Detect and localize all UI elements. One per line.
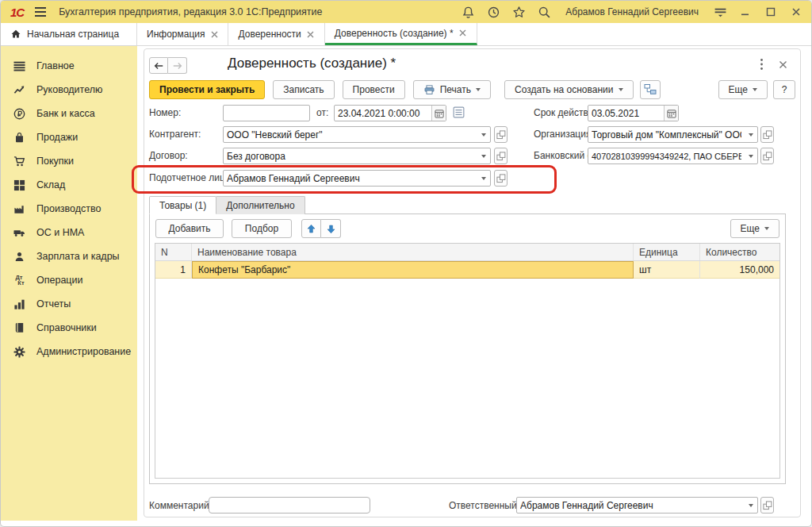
minimize-button[interactable] [738, 6, 753, 18]
tab-label: Доверенности [238, 29, 301, 40]
accountable-person-choose-button[interactable] [494, 170, 508, 187]
sidebar-item-label: Покупки [36, 156, 74, 167]
document-date-input[interactable] [335, 106, 431, 120]
cell-goods-name[interactable]: Конфеты "Барбарис" [192, 261, 634, 279]
open-windows-tabbar: Начальная страница Информация Довереннос… [1, 23, 811, 46]
tab-powers-of-attorney[interactable]: Доверенности [228, 23, 324, 45]
close-tab-icon[interactable] [307, 30, 315, 38]
current-user[interactable]: Абрамов Геннадий Сергеевич [565, 6, 699, 17]
move-row-down-button[interactable] [321, 219, 341, 238]
sidebar-item-label: Руководителю [36, 84, 102, 95]
dropdown-caret-icon[interactable] [745, 148, 757, 163]
sidebar-item-bank-cash[interactable]: Банк и касса [1, 102, 137, 125]
comment-input[interactable] [209, 498, 370, 512]
search-icon[interactable] [537, 5, 551, 19]
number-settings-list-icon[interactable] [453, 106, 465, 121]
sidebar-item-label: Производство [36, 203, 102, 214]
dt-kt-icon: ДтКт [12, 274, 26, 287]
table-row[interactable]: 1 Конфеты "Барбарис" шт 150,000 [155, 261, 779, 279]
maximize-button[interactable] [764, 6, 778, 18]
sidebar-item-directories[interactable]: Справочники [1, 316, 137, 340]
pick-button[interactable]: Подбор [232, 219, 292, 238]
sidebar-item-administration[interactable]: Администрирование [1, 340, 137, 364]
sidebar-item-warehouse[interactable]: Склад [1, 173, 137, 197]
responsible-input[interactable] [517, 498, 745, 512]
organization-input[interactable] [588, 128, 745, 141]
save-button[interactable]: Записать [273, 80, 334, 99]
sidebar-item-sales[interactable]: Продажи [1, 125, 137, 149]
add-row-button[interactable]: Добавить [155, 219, 224, 238]
back-button[interactable] [149, 57, 168, 74]
tab-goods[interactable]: Товары (1) [149, 196, 216, 214]
number-input[interactable] [224, 106, 309, 120]
tab-home[interactable]: Начальная страница [1, 23, 137, 45]
bank-account-choose-button[interactable] [760, 148, 774, 164]
col-header-n[interactable]: N [155, 244, 192, 260]
post-button[interactable]: Провести [343, 80, 405, 99]
sidebar-item-for-manager[interactable]: Руководителю [1, 78, 137, 102]
sidebar-item-purchases[interactable]: Покупки [1, 149, 137, 173]
more-button[interactable]: Еще [718, 80, 768, 99]
dropdown-caret-icon[interactable] [745, 498, 757, 513]
dropdown-caret-icon [476, 88, 481, 91]
col-header-qty[interactable]: Количество [700, 244, 779, 260]
forward-button[interactable] [168, 57, 187, 74]
organization-choose-button[interactable] [760, 126, 774, 143]
tab-information[interactable]: Информация [137, 23, 228, 45]
move-row-up-button[interactable] [301, 219, 321, 238]
sidebar-item-production[interactable]: Производство [1, 197, 137, 221]
history-icon[interactable] [486, 5, 500, 19]
post-and-close-button[interactable]: Провести и закрыть [149, 80, 265, 99]
dropdown-caret-icon[interactable] [745, 127, 757, 142]
calendar-icon[interactable] [431, 106, 446, 121]
cell-unit[interactable]: шт [634, 261, 700, 279]
dropdown-caret-icon[interactable] [477, 148, 490, 163]
table-more-button[interactable]: Еще [730, 219, 779, 238]
counterparty-input[interactable] [224, 128, 477, 141]
notifications-bell-icon[interactable] [461, 5, 475, 19]
contract-input[interactable] [224, 149, 477, 163]
print-button[interactable]: Печать [413, 80, 491, 99]
tab-label: Информация [147, 29, 205, 40]
close-tab-icon[interactable] [459, 29, 467, 37]
service-menu-icon[interactable] [713, 5, 727, 19]
cell-quantity[interactable]: 150,000 [700, 261, 779, 279]
counterparty-choose-button[interactable] [494, 126, 508, 143]
close-window-button[interactable] [789, 6, 803, 18]
sidebar-item-salary-hr[interactable]: Зарплата и кадры [1, 244, 137, 268]
main-menu-icon[interactable] [35, 7, 46, 17]
help-button[interactable]: ? [773, 80, 795, 99]
close-tab-icon[interactable] [210, 30, 218, 38]
favorites-star-icon[interactable] [511, 5, 526, 19]
ruble-circle-icon [12, 107, 26, 120]
col-header-name[interactable]: Наименование товара [192, 244, 634, 260]
page-title: Доверенность (создание) * [228, 56, 396, 71]
tab-label: Начальная страница [27, 29, 119, 40]
contract-choose-button[interactable] [494, 148, 508, 164]
sidebar-item-label: Операции [36, 275, 82, 286]
responsible-choose-button[interactable] [760, 497, 774, 514]
sidebar-item-fixed-assets[interactable]: ОС и НМА [1, 221, 137, 244]
goods-table-panel: Добавить Подбор Еще N Наименование товар… [149, 213, 786, 484]
dropdown-caret-icon[interactable] [477, 171, 490, 186]
create-based-on-button[interactable]: Создать на основании [504, 80, 634, 99]
truck-icon [12, 226, 26, 239]
command-bar: Провести и закрыть Записать Провести Печ… [149, 80, 795, 99]
sidebar-item-main[interactable]: Главное [1, 54, 137, 78]
sidebar-item-reports[interactable]: Отчеты [1, 292, 137, 316]
sidebar-item-operations[interactable]: ДтКт Операции [1, 268, 137, 292]
accountable-person-input[interactable] [224, 171, 477, 185]
cell-row-number[interactable]: 1 [155, 261, 192, 279]
app-title: Бухгалтерия предприятия, редакция 3.0 1С… [59, 6, 322, 17]
calendar-icon[interactable] [664, 106, 678, 121]
tab-additional[interactable]: Дополнительно [216, 196, 304, 214]
tab-power-of-attorney-new[interactable]: Доверенность (создание) * [325, 23, 477, 45]
document-structure-button[interactable] [640, 80, 661, 99]
dropdown-caret-icon[interactable] [477, 127, 490, 142]
close-form-icon[interactable] [779, 58, 787, 72]
number-label: Номер: [149, 107, 181, 118]
bank-account-input[interactable] [588, 149, 745, 163]
more-options-dots-icon[interactable] [760, 58, 764, 74]
col-header-unit[interactable]: Единица [634, 244, 700, 260]
valid-until-input[interactable] [588, 106, 664, 120]
